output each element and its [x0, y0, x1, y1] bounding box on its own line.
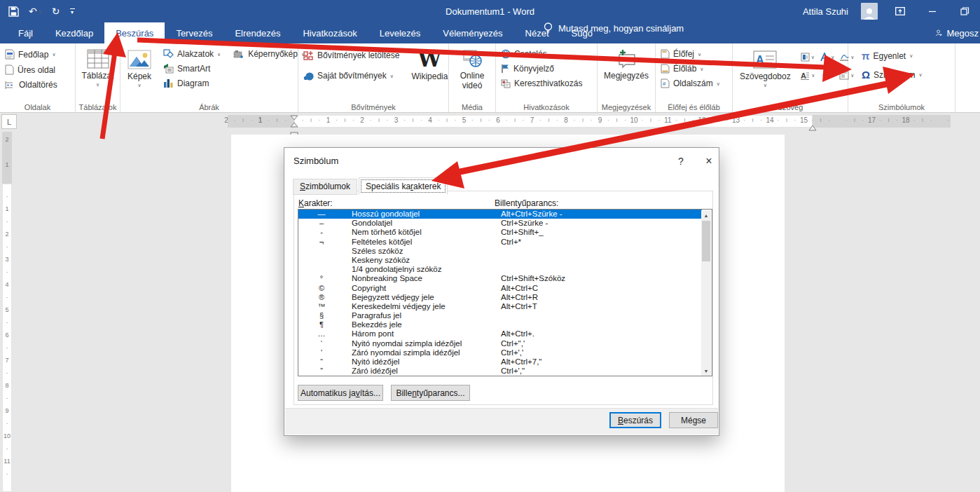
screenshot-button[interactable]: Képernyőkép∨: [230, 47, 308, 61]
autocorrect-button[interactable]: Automatikus javítás...: [298, 385, 383, 401]
special-character-row[interactable]: ™Kereskedelmi védjegy jeleAlt+Ctrl+T: [298, 302, 712, 311]
ribbon-tab-levelezés[interactable]: Levelezés: [368, 22, 432, 43]
scrollbar-thumb[interactable]: [702, 221, 710, 261]
get-addins-button[interactable]: Bővítmények letöltése: [301, 48, 402, 62]
tab-szimbolumok[interactable]: Szimbólumok: [293, 179, 357, 195]
special-character-row[interactable]: …Három pontAlt+Ctrl+.: [298, 329, 712, 339]
smartart-button[interactable]: SmartArt: [160, 62, 223, 76]
shortcut-key-button[interactable]: Billentyűparancs...: [391, 385, 470, 401]
restore-icon: [960, 7, 969, 15]
scroll-up-icon[interactable]: ▲: [701, 210, 711, 220]
special-character-row[interactable]: “Nyitó idézőjelAlt+Ctrl+7,": [298, 357, 712, 367]
wikipedia-button[interactable]: W Wikipedia: [406, 44, 453, 82]
special-character-row[interactable]: 1/4 gondolatjelnyi szóköz: [298, 265, 712, 274]
pictures-button[interactable]: Képek ∨: [123, 44, 156, 88]
minimize-button[interactable]: [923, 3, 942, 20]
save-button[interactable]: [8, 6, 19, 17]
special-char-name: Gondolatjel: [352, 219, 392, 228]
date-time-button[interactable]: [818, 67, 836, 83]
redo-button[interactable]: ↻: [52, 6, 60, 16]
ribbon-display-options-button[interactable]: [890, 3, 910, 20]
insert-button[interactable]: Beszúrás: [609, 412, 661, 428]
table-button[interactable]: Táblázat ∨: [76, 44, 118, 87]
page-break-button[interactable]: Oldaltörés: [2, 78, 60, 92]
my-addins-button[interactable]: Saját bővítmények∨: [301, 69, 402, 83]
special-character-row[interactable]: Széles szóköz: [298, 247, 712, 256]
tab-specialis-karakterek[interactable]: Speciális karakterek: [359, 177, 448, 195]
blank-page-button[interactable]: Üres oldal: [2, 62, 60, 77]
undo-button[interactable]: ↶∨: [29, 6, 42, 16]
special-character-row[interactable]: ”Záró idézőjelCtrl+',": [298, 367, 712, 376]
horizontal-ruler[interactable]: ·ı··ı··ı··ı··ı··ı··ı··ı··ı··ı··ı··ı··ı··…: [228, 115, 951, 128]
page-number-button[interactable]: # Oldalszám∨: [658, 76, 723, 90]
ribbon-tab-beszúrás[interactable]: Beszúrás: [104, 22, 165, 43]
link-button[interactable]: Csatolás: [498, 47, 585, 61]
dialog-title: Szimbólum: [294, 156, 338, 166]
customize-qat-button[interactable]: ▼: [70, 8, 75, 15]
share-button[interactable]: Megosz: [928, 22, 980, 43]
online-video-button[interactable]: Online videó: [452, 44, 492, 91]
dialog-help-button[interactable]: ?: [671, 153, 691, 169]
special-character-row[interactable]: ®Bejegyzett védjegy jeleAlt+Ctrl+R: [298, 293, 712, 302]
special-char-glyph: ¬: [311, 238, 332, 247]
symbol-button[interactable]: Ω Szimbólum ∨: [859, 67, 925, 83]
ribbon-tab-hivatkozások[interactable]: Hivatkozások: [291, 22, 368, 43]
chevron-down-icon: ∨: [831, 55, 834, 60]
tell-me-box[interactable]: Mutasd meg, hogyan csináljam: [534, 22, 693, 34]
special-character-row[interactable]: -Nem törhető kötőjelCtrl+Shift+_: [298, 228, 712, 237]
ruler-mark: ·: [692, 116, 694, 123]
special-char-name: Nyitó nyomdai szimpla idézőjel: [352, 339, 462, 348]
ruler-mark: ·: [370, 116, 372, 123]
special-character-row[interactable]: —Hosszú gondolatjelAlt+Ctrl+Szürke -: [298, 210, 702, 219]
header-button[interactable]: Élőfej∨: [658, 47, 723, 61]
special-character-row[interactable]: §Paragrafus jel: [298, 311, 712, 320]
ruler-mark: ·: [710, 116, 712, 123]
cover-page-button[interactable]: Fedőlap∨: [2, 47, 60, 62]
ruler-mark: ·: [862, 116, 864, 123]
ruler-mark: 4: [2, 281, 12, 288]
special-character-row[interactable]: ’Záró nyomdai szimpla idézőjelCtrl+',': [298, 348, 712, 357]
equation-button[interactable]: π Egyenlet ∨: [859, 48, 925, 64]
bookmark-button[interactable]: Könyvjelző: [498, 62, 585, 76]
page-break-icon: [5, 81, 15, 90]
cancel-button[interactable]: Mégse: [669, 412, 718, 428]
special-characters-list[interactable]: —Hosszú gondolatjelAlt+Ctrl+Szürke -–Gon…: [298, 209, 712, 376]
dialog-close-button[interactable]: ×: [699, 153, 719, 169]
drop-cap-button[interactable]: A∨: [799, 67, 817, 83]
ribbon-tab-véleményezés[interactable]: Véleményezés: [432, 22, 513, 43]
text-box-button[interactable]: A Szövegdoboz ∨: [735, 44, 796, 88]
ribbon-tab-fájl[interactable]: Fájl: [7, 22, 44, 43]
special-character-row[interactable]: Keskeny szóköz: [298, 256, 712, 265]
cross-reference-button[interactable]: Kereszthivatkozás: [498, 76, 585, 90]
chart-button[interactable]: Diagram: [160, 76, 223, 90]
list-scrollbar[interactable]: ▲ ▼: [701, 210, 711, 376]
ribbon-tab-tervezés[interactable]: Tervezés: [165, 22, 223, 43]
special-char-glyph: °: [311, 274, 332, 283]
ruler-mark: ı: [684, 116, 686, 123]
comment-button[interactable]: Megjegyzés: [599, 44, 654, 81]
bookmark-flag-icon: [501, 64, 510, 74]
group-label: Szimbólumok: [848, 103, 955, 111]
chevron-down-icon: ∨: [909, 53, 913, 58]
ruler-mark: 1: [2, 205, 12, 212]
special-char-name: Keskeny szóköz: [352, 256, 410, 265]
tab-stop-selector[interactable]: L: [1, 114, 17, 129]
special-character-row[interactable]: ‘Nyitó nyomdai szimpla idézőjelCtrl+",': [298, 339, 712, 348]
ribbon-tab-kezdőlap[interactable]: Kezdőlap: [44, 22, 104, 43]
special-character-row[interactable]: °Nonbreaking SpaceCtrl+Shift+Szóköz: [298, 274, 712, 283]
wordart-button[interactable]: ∨: [818, 48, 836, 65]
quick-parts-button[interactable]: ∨: [799, 48, 817, 65]
shapes-button[interactable]: Alakzatok∨: [160, 47, 223, 61]
footer-button[interactable]: Élőláb∨: [658, 62, 723, 76]
special-character-row[interactable]: ©CopyrightAlt+Ctrl+C: [298, 284, 712, 293]
indent-marker[interactable]: [808, 121, 817, 134]
special-character-row[interactable]: ¶Bekezdés jele: [298, 320, 712, 329]
ruler-mark: 10: [630, 116, 637, 124]
scroll-down-icon[interactable]: ▼: [701, 366, 711, 376]
vertical-ruler[interactable]: 211234567891011············: [2, 132, 12, 492]
restore-button[interactable]: [955, 3, 974, 20]
special-character-row[interactable]: ¬Feltételes kötőjelCtrl+*: [298, 238, 712, 247]
avatar[interactable]: [861, 3, 878, 20]
ribbon-tab-elrendezés[interactable]: Elrendezés: [223, 22, 291, 43]
special-character-row[interactable]: –GondolatjelCtrl+Szürke -: [298, 219, 712, 228]
